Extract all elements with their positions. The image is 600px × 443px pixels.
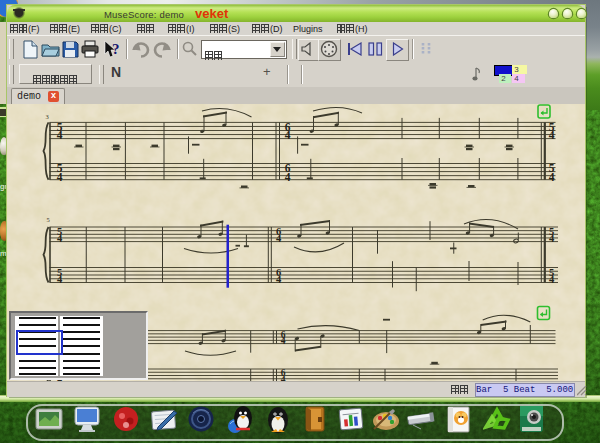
svg-text:4: 4 [57,129,63,141]
svg-text:4: 4 [57,274,63,285]
svg-text:4: 4 [549,171,555,183]
svg-text:4: 4 [549,233,555,244]
svg-text:4: 4 [281,336,286,346]
svg-text:4: 4 [276,274,282,285]
svg-text:3: 3 [45,113,48,120]
svg-text:4: 4 [57,171,63,183]
svg-text:4: 4 [276,233,282,244]
svg-text:5: 5 [46,216,49,223]
svg-text:4: 4 [549,129,555,141]
svg-text:4: 4 [285,171,291,183]
svg-text:4: 4 [57,233,63,244]
svg-text:4: 4 [285,129,291,141]
svg-text:4: 4 [549,274,555,285]
svg-text:?: ? [112,41,120,57]
